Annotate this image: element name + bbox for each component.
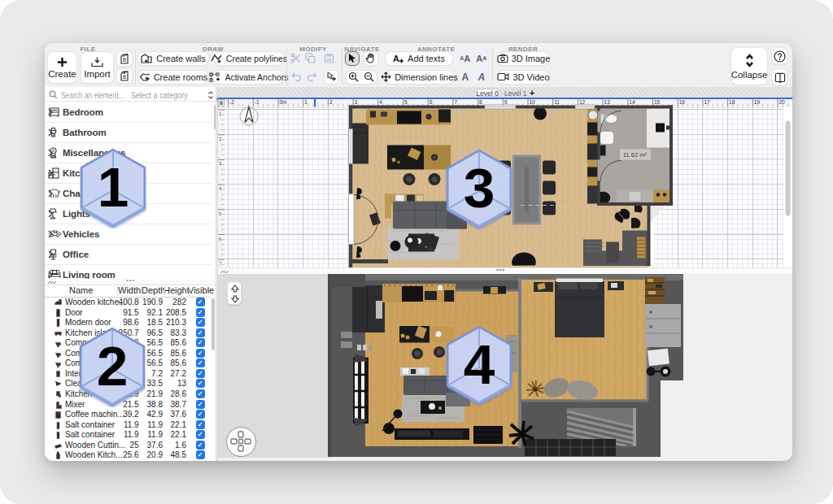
svg-text:18: 18 (729, 99, 735, 105)
svg-text:10: 10 (530, 99, 536, 105)
svg-text:2: 2 (219, 136, 221, 141)
svg-text:-1: -1 (255, 99, 259, 105)
svg-text:1: 1 (98, 155, 129, 219)
svg-text:7: 7 (219, 261, 221, 266)
svg-text:4: 4 (219, 186, 221, 191)
svg-text:-2: -2 (229, 99, 234, 105)
svg-text:16: 16 (679, 99, 686, 105)
svg-text:13: 13 (604, 99, 611, 105)
svg-text:17: 17 (704, 99, 710, 105)
svg-text:A: A (393, 54, 399, 63)
svg-text:2: 2 (97, 334, 129, 398)
svg-text:8: 8 (479, 99, 482, 105)
svg-text:4: 4 (379, 99, 382, 105)
svg-text:12: 12 (579, 99, 586, 105)
svg-text:9: 9 (504, 99, 508, 105)
svg-text:11: 11 (554, 99, 560, 105)
svg-text:4: 4 (464, 332, 495, 396)
svg-text:11.62 m²: 11.62 m² (623, 151, 648, 159)
svg-text:5: 5 (404, 99, 408, 105)
svg-text:14: 14 (629, 99, 635, 105)
svg-text:1: 1 (304, 99, 307, 105)
svg-text:1: 1 (219, 111, 221, 116)
svg-text:6: 6 (430, 99, 433, 105)
svg-text:19: 19 (754, 99, 761, 105)
svg-text:3: 3 (464, 156, 495, 219)
svg-text:20: 20 (779, 99, 786, 105)
svg-text:6: 6 (219, 236, 221, 241)
svg-text:7: 7 (454, 99, 457, 105)
svg-text:3: 3 (219, 161, 221, 166)
svg-text:2: 2 (329, 99, 333, 105)
svg-text:5: 5 (219, 211, 221, 215)
svg-text:3: 3 (355, 99, 358, 105)
svg-text:15: 15 (654, 99, 661, 105)
